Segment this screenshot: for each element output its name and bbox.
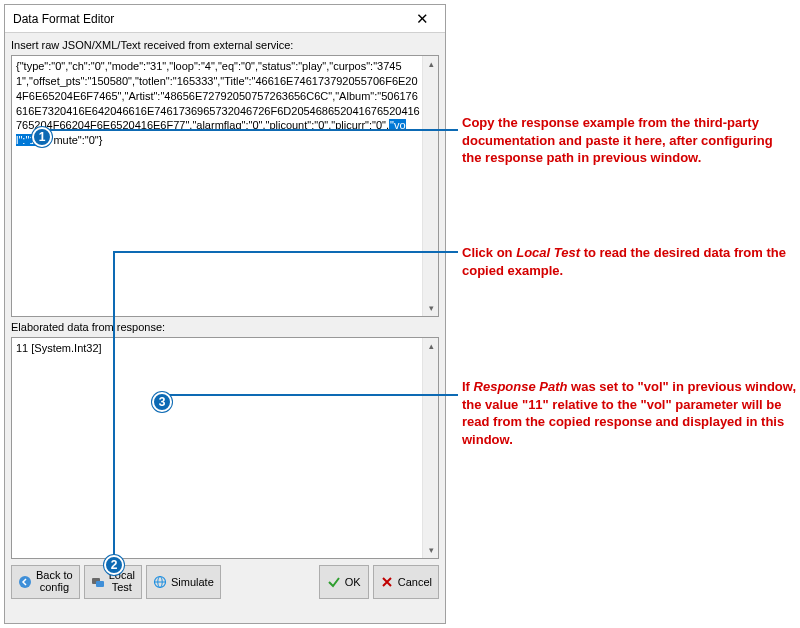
dialog-body: Insert raw JSON/XML/Text received from e… — [5, 33, 445, 623]
ok-label: OK — [345, 576, 361, 588]
back-line1: Back to — [36, 569, 73, 581]
back-arrow-icon — [18, 575, 32, 589]
simulate-label: Simulate — [171, 576, 214, 588]
back-to-config-button[interactable]: Back toconfig — [11, 565, 80, 599]
raw-pre: {"type":"0","ch":"0","mode":"31","loop":… — [16, 60, 420, 131]
cancel-x-icon — [380, 575, 394, 589]
button-row: Back toconfig LocalTest Simulate OK — [11, 561, 439, 599]
local-test-icon — [91, 575, 105, 589]
callout-text-2: Click on Local Test to read the desired … — [462, 244, 794, 279]
raw-label: Insert raw JSON/XML/Text received from e… — [11, 37, 439, 53]
svg-point-0 — [19, 576, 31, 588]
callout-text-3: If Response Path was set to "vol" in pre… — [462, 378, 798, 448]
titlebar: Data Format Editor ✕ — [5, 5, 445, 33]
window-title: Data Format Editor — [13, 12, 114, 26]
elaborated-label: Elaborated data from response: — [11, 319, 439, 335]
back-line2: config — [40, 581, 69, 593]
scroll-down-icon[interactable]: ▾ — [423, 300, 439, 316]
scroll-down-icon[interactable]: ▾ — [423, 542, 439, 558]
lt-line2: Test — [112, 581, 132, 593]
callout-text-1: Copy the response example from the third… — [462, 114, 794, 167]
callout-marker-1: 1 — [32, 127, 52, 147]
scroll-up-icon[interactable]: ▴ — [423, 56, 439, 72]
raw-input-content: {"type":"0","ch":"0","mode":"31","loop":… — [16, 59, 420, 148]
raw-input[interactable]: {"type":"0","ch":"0","mode":"31","loop":… — [11, 55, 439, 317]
check-icon — [327, 575, 341, 589]
dialog-window: Data Format Editor ✕ Insert raw JSON/XML… — [4, 4, 446, 624]
svg-rect-2 — [96, 581, 104, 587]
scrollbar[interactable]: ▴ ▾ — [422, 338, 438, 558]
simulate-button[interactable]: Simulate — [146, 565, 221, 599]
callout-marker-2: 2 — [104, 555, 124, 575]
close-button[interactable]: ✕ — [405, 8, 439, 30]
globe-icon — [153, 575, 167, 589]
cancel-label: Cancel — [398, 576, 432, 588]
elaborated-output[interactable]: 11 [System.Int32] ▴ ▾ — [11, 337, 439, 559]
elaborated-value: 11 [System.Int32] — [16, 341, 420, 356]
ok-button[interactable]: OK — [319, 565, 369, 599]
cancel-button[interactable]: Cancel — [373, 565, 439, 599]
callout-marker-3: 3 — [152, 392, 172, 412]
raw-post: ,"mute":"0"} — [46, 134, 102, 146]
scrollbar[interactable]: ▴ ▾ — [422, 56, 438, 316]
scroll-up-icon[interactable]: ▴ — [423, 338, 439, 354]
